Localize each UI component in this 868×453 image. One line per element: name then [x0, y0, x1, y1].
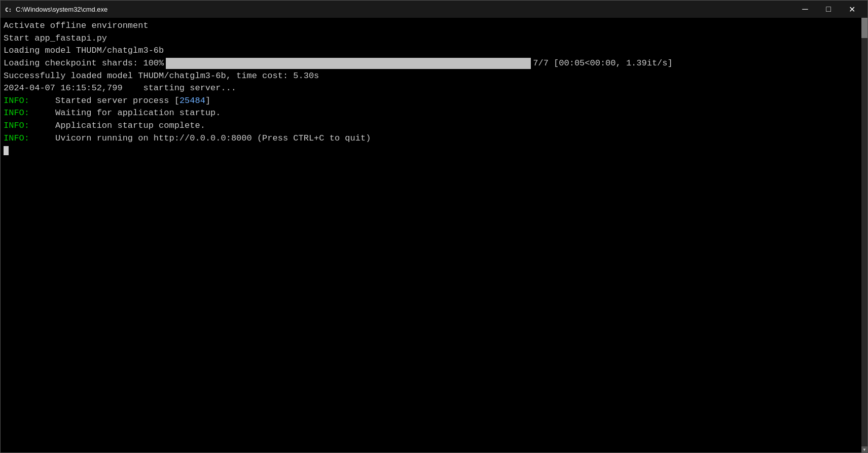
scrollbar[interactable]: ▲ ▼	[861, 18, 867, 452]
title-bar-left: C: C:\Windows\system32\cmd.exe	[5, 5, 107, 13]
progress-bar-container	[166, 58, 531, 69]
terminal-content[interactable]: Activate offline environment Start app_f…	[1, 18, 867, 452]
terminal-line: Successfully loaded model THUDM/chatglm3…	[4, 70, 864, 83]
close-button[interactable]: ✕	[840, 1, 863, 18]
window-controls: ─ □ ✕	[793, 1, 863, 18]
info-line-waiting: INFO: Waiting for application startup.	[4, 107, 864, 120]
title-bar: C: C:\Windows\system32\cmd.exe ─ □ ✕	[1, 1, 867, 18]
info-label: INFO:	[4, 121, 55, 130]
terminal-line: 2024-04-07 16:15:52,799 starting server.…	[4, 82, 864, 95]
scroll-down-arrow[interactable]: ▼	[861, 446, 867, 452]
info-text: Application startup complete.	[55, 121, 205, 130]
minimize-button[interactable]: ─	[793, 1, 817, 18]
terminal-line: Loading model THUDM/chatglm3-6b	[4, 45, 864, 57]
process-id-link: 25484	[179, 96, 205, 106]
info-label: INFO:	[4, 133, 55, 143]
cmd-icon: C:	[5, 5, 13, 13]
terminal-line: Start app_fastapi.py	[4, 32, 864, 45]
info-text: Waiting for application startup.	[55, 108, 221, 118]
cmd-window: C: C:\Windows\system32\cmd.exe ─ □ ✕ Act…	[0, 0, 868, 453]
terminal-line: Activate offline environment	[4, 20, 864, 32]
info-text: Started server process [25484]	[55, 96, 210, 106]
progress-label: Loading checkpoint shards: 100%	[4, 57, 164, 70]
progress-line: Loading checkpoint shards: 100% 7/7 [00:…	[4, 57, 864, 70]
info-line-startup-complete: INFO: Application startup complete.	[4, 120, 864, 132]
svg-text:C:: C:	[5, 7, 12, 13]
scroll-thumb[interactable]	[861, 18, 867, 38]
info-line-uvicorn: INFO: Uvicorn running on http://0.0.0.0:…	[4, 132, 864, 145]
maximize-button[interactable]: □	[817, 1, 840, 18]
info-text: Uvicorn running on http://0.0.0.0:8000 (…	[55, 133, 371, 143]
progress-stats: 7/7 [00:05<00:00, 1.39it/s]	[533, 57, 672, 70]
info-label: INFO:	[4, 96, 55, 106]
terminal-cursor	[4, 146, 9, 155]
cursor-line	[4, 145, 864, 157]
info-label: INFO:	[4, 108, 55, 118]
window-title: C:\Windows\system32\cmd.exe	[16, 6, 107, 13]
info-line-started: INFO: Started server process [25484]	[4, 95, 864, 108]
